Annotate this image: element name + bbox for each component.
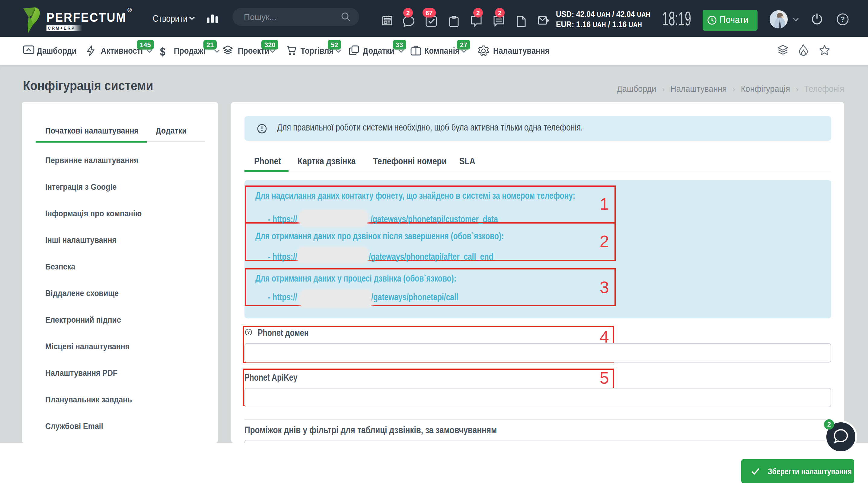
svg-text:?: ? <box>247 330 250 335</box>
svg-text:?: ? <box>840 16 845 23</box>
